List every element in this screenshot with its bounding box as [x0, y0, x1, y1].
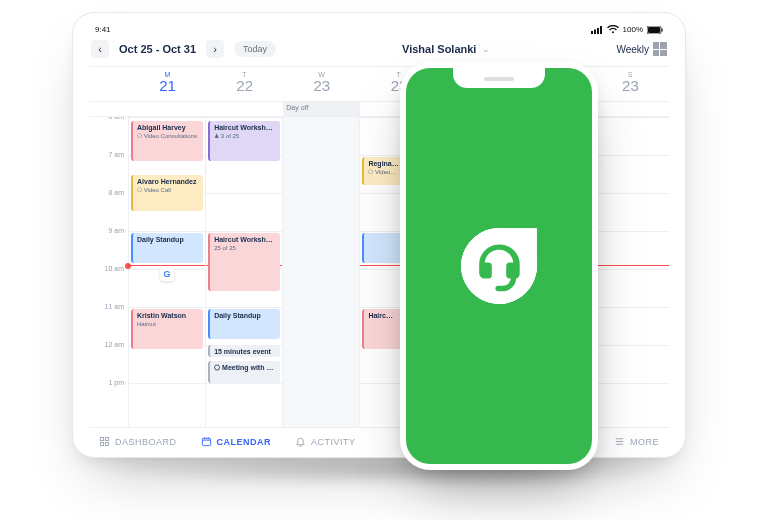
tab-activity[interactable]: ACTIVITY — [295, 436, 356, 447]
event[interactable]: ⎔ Meeting with Jo… — [208, 361, 280, 383]
event[interactable]: Daily Standup — [208, 309, 280, 339]
svg-rect-9 — [100, 442, 103, 445]
phone-notch — [453, 68, 545, 88]
view-label: Weekly — [616, 44, 649, 55]
dow-sun[interactable]: S23 — [592, 67, 669, 101]
grid-icon — [653, 42, 667, 56]
calendar-header: ‹ Oct 25 - Oct 31 › Today Vishal Solanki… — [89, 36, 669, 66]
calendar-icon — [201, 436, 212, 447]
wifi-icon — [607, 25, 619, 34]
svg-rect-3 — [600, 26, 602, 34]
event[interactable]: 15 minutes event — [208, 345, 280, 357]
col-mon[interactable]: Abigail Harvey⎔ Video Consultations Alva… — [129, 117, 206, 428]
svg-rect-5 — [648, 27, 660, 33]
signal-icon — [591, 26, 603, 34]
event[interactable]: Haircut Workshops25 of 25 — [208, 233, 280, 291]
google-badge-icon: G — [160, 267, 174, 281]
tab-calendar[interactable]: CALENDAR — [201, 436, 272, 447]
status-time: 9:41 — [95, 25, 111, 34]
dow-wed[interactable]: W23 — [283, 67, 360, 101]
chevron-down-icon: ⌄ — [482, 44, 490, 54]
phone-screen — [406, 68, 592, 464]
time-gutter: 6 am 7 am 8 am 9 am 10 am 11 am 12 am 1 … — [89, 117, 129, 428]
status-right: 100% — [591, 25, 663, 34]
event[interactable]: Kristin WatsonHaircut — [131, 309, 203, 349]
bell-icon — [295, 436, 306, 447]
event[interactable]: Alvaro Hernandez⎔ Video Call — [131, 175, 203, 211]
col-wed[interactable] — [283, 117, 360, 428]
col-tue[interactable]: Haircut Workshops♟ 3 of 25 Haircut Works… — [206, 117, 283, 428]
dow-tue[interactable]: T22 — [206, 67, 283, 101]
svg-rect-1 — [594, 29, 596, 34]
view-switcher[interactable]: Weekly — [616, 42, 667, 56]
phone-device — [400, 62, 598, 470]
freshdesk-logo-icon — [454, 221, 544, 311]
user-selector[interactable]: Vishal Solanki ⌄ — [402, 43, 490, 55]
event[interactable]: Abigail Harvey⎔ Video Consultations — [131, 121, 203, 161]
tab-dashboard[interactable]: DASHBOARD — [99, 436, 177, 447]
battery-icon — [647, 26, 663, 34]
svg-rect-11 — [202, 438, 210, 445]
battery-pct: 100% — [623, 25, 643, 34]
svg-rect-0 — [591, 31, 593, 34]
dow-mon[interactable]: M21 — [129, 67, 206, 101]
svg-rect-2 — [597, 28, 599, 34]
svg-rect-6 — [662, 28, 663, 31]
tab-more[interactable]: MORE — [614, 436, 659, 447]
prev-week-button[interactable]: ‹ — [91, 40, 109, 58]
svg-rect-7 — [100, 437, 103, 440]
allday-wed[interactable]: Day off — [283, 102, 360, 116]
user-name: Vishal Solanki — [402, 43, 476, 55]
hamburger-icon — [614, 436, 625, 447]
event[interactable]: Haircut Workshops♟ 3 of 25 — [208, 121, 280, 161]
next-week-button[interactable]: › — [206, 40, 224, 58]
dashboard-icon — [99, 436, 110, 447]
ipad-status-bar: 9:41 100% — [89, 25, 669, 36]
event[interactable]: Daily Standup — [131, 233, 203, 263]
svg-rect-10 — [105, 442, 108, 445]
col-sun[interactable] — [592, 117, 669, 428]
date-range[interactable]: Oct 25 - Oct 31 — [113, 43, 202, 55]
today-button[interactable]: Today — [234, 41, 276, 57]
svg-rect-8 — [105, 437, 108, 440]
